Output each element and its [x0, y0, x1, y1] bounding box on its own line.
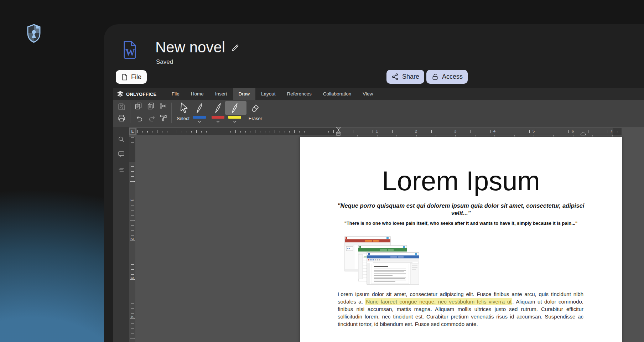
- ruler-number: 7: [609, 129, 613, 133]
- file-button-label: File: [131, 73, 141, 81]
- pen-red-icon[interactable]: [213, 102, 223, 115]
- save-status: Saved: [156, 58, 173, 66]
- default-tab-stops: [338, 135, 613, 136]
- copy-icon[interactable]: [134, 102, 142, 110]
- onlyoffice-editor: ONLYOFFICE File Home Insert Draw Layout …: [113, 88, 644, 342]
- file-icon: [121, 73, 128, 81]
- access-button[interactable]: Access: [426, 70, 468, 84]
- ruler-number: 2: [130, 237, 134, 242]
- onlyoffice-logo-icon: [117, 91, 124, 98]
- share-icon: [391, 73, 399, 81]
- pen-blue-chevron-icon[interactable]: [197, 120, 202, 123]
- redo-icon[interactable]: [148, 115, 156, 123]
- cut-icon[interactable]: [159, 102, 167, 110]
- share-button-label: Share: [402, 73, 419, 81]
- highlighted-text: Nunc laoreet congue neque, nec vestibulu…: [365, 298, 512, 305]
- quote-italic: "Neque porro quisquam est qui dolorem ip…: [335, 202, 587, 217]
- ruler-number: 3: [130, 275, 134, 280]
- print-icon[interactable]: [118, 114, 126, 122]
- draw-toolbar: Select: [113, 100, 644, 127]
- highlighter-icon[interactable]: [229, 102, 240, 115]
- access-button-label: Access: [442, 73, 463, 81]
- rename-pencil-icon[interactable]: [231, 43, 240, 52]
- file-button[interactable]: File: [116, 70, 147, 84]
- search-icon[interactable]: [118, 136, 125, 143]
- ruler-number: 5: [531, 129, 536, 133]
- ruler-top-margin: [129, 137, 135, 162]
- editor-workspace: L 1 2 3 4 5 6 7: [113, 127, 644, 342]
- desktop-background: W New novel Saved File Share: [0, 0, 644, 342]
- headings-navigation-icon[interactable]: [118, 166, 125, 173]
- select-tool-icon[interactable]: [178, 102, 189, 115]
- body-paragraph: Lorem ipsum dolor sit amet, consectetur …: [338, 291, 583, 328]
- editor-tab-bar: ONLYOFFICE File Home Insert Draw Layout …: [113, 88, 644, 100]
- editors-screenshot-image[interactable]: [344, 236, 419, 285]
- right-indent-marker[interactable]: [581, 132, 586, 135]
- pen-red-color-bar[interactable]: [212, 116, 224, 119]
- tab-references[interactable]: References: [281, 88, 317, 100]
- tab-collaboration[interactable]: Collaboration: [317, 88, 357, 100]
- undo-icon[interactable]: [135, 115, 144, 123]
- brand-label: ONLYOFFICE: [126, 92, 157, 97]
- ruler-number: 1: [375, 129, 379, 133]
- save-icon[interactable]: [118, 103, 126, 111]
- tab-insert[interactable]: Insert: [209, 88, 233, 100]
- highlighter-chevron-icon[interactable]: [233, 120, 237, 123]
- eraser-tool-label[interactable]: Eraser: [245, 116, 266, 121]
- document-title-row: New novel: [155, 38, 240, 56]
- comments-icon[interactable]: [118, 150, 125, 158]
- tab-home[interactable]: Home: [185, 88, 209, 100]
- ruler-number: 3: [453, 129, 457, 133]
- tab-stop-selector[interactable]: L: [129, 128, 136, 135]
- vertical-ruler[interactable]: 1 2 3 4: [129, 137, 135, 342]
- document-heading: Lorem Ipsum: [300, 167, 622, 195]
- document-page[interactable]: Lorem Ipsum "Neque porro quisquam est qu…: [300, 137, 622, 342]
- paste-icon[interactable]: [147, 102, 155, 110]
- ruler-number: 4: [492, 129, 497, 133]
- word-document-icon: W: [122, 41, 137, 59]
- highlighter-color-bar[interactable]: [228, 116, 241, 119]
- toolbar-divider: [130, 103, 130, 123]
- tab-view[interactable]: View: [357, 88, 379, 100]
- document-panel: W New novel Saved File Share: [104, 24, 644, 342]
- ruler-number: 4: [130, 314, 134, 319]
- select-tool-label[interactable]: Select: [172, 116, 194, 121]
- share-button[interactable]: Share: [386, 70, 424, 84]
- toolbar-divider: [171, 103, 172, 123]
- horizontal-ruler[interactable]: 1 2 3 4 5 6 7: [137, 128, 622, 135]
- document-title: New novel: [155, 38, 225, 56]
- pen-blue-color-bar[interactable]: [193, 116, 206, 119]
- ruler-number: 2: [414, 129, 418, 133]
- onlyoffice-brand: ONLYOFFICE: [113, 88, 166, 100]
- pen-red-chevron-icon[interactable]: [216, 120, 220, 123]
- ruler-number: 1: [130, 198, 134, 203]
- blue-window: [367, 253, 419, 284]
- unlock-icon: [431, 73, 439, 81]
- tab-layout[interactable]: Layout: [255, 88, 281, 100]
- indent-marker[interactable]: [336, 127, 341, 136]
- eraser-icon[interactable]: [250, 103, 260, 114]
- pen-blue-icon[interactable]: [194, 102, 205, 115]
- ruler-number: 6: [571, 129, 575, 133]
- copy-style-icon[interactable]: [159, 114, 167, 122]
- tab-file[interactable]: File: [166, 88, 185, 100]
- tab-draw[interactable]: Draw: [233, 88, 256, 100]
- quote-bold: "There is no one who loves pain itself, …: [300, 221, 622, 226]
- doc-letter: W: [125, 47, 135, 58]
- left-sidebar: [113, 127, 129, 342]
- secure-docs-shield-icon[interactable]: [26, 24, 42, 43]
